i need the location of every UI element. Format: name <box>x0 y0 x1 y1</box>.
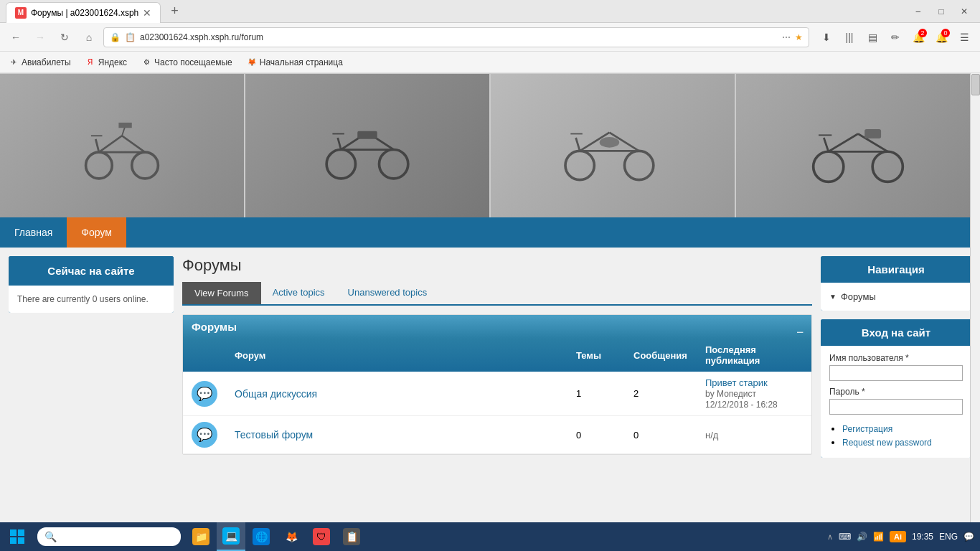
page-title: Форумы <box>182 256 812 275</box>
forum-link[interactable]: Общая дискуссия <box>235 388 317 400</box>
header-image-2 <box>245 74 491 217</box>
bookmark-aviabilety[interactable]: ✈ Авиабилеты <box>6 56 74 69</box>
taskbar-search-box[interactable]: 🔍 <box>37 527 181 546</box>
taskbar-app-edge[interactable]: 🌐 <box>247 522 275 551</box>
active-tab[interactable]: M Форумы | a023001624.xsph ✕ <box>6 2 161 23</box>
shield-icon: 🛡 <box>313 528 330 545</box>
keyboard-icon: ⌨ <box>839 532 851 542</box>
reader-icon[interactable]: ▤ <box>862 27 882 47</box>
taskbar-app-shield[interactable]: 🛡 <box>307 522 336 551</box>
last-post-date: 12/12/2018 - 16:28 <box>705 400 778 410</box>
address-icons: ⋯ ★ <box>782 32 803 42</box>
more-icon[interactable]: ⋯ <box>782 32 791 42</box>
site-header <box>0 74 980 217</box>
tab-unanswered-topics[interactable]: Unanswered topics <box>336 282 439 304</box>
taskbar-app-files[interactable]: 📁 <box>187 522 215 551</box>
bookmark-label: Часто посещаемые <box>154 57 232 67</box>
home-button[interactable]: ⌂ <box>79 27 99 47</box>
forum-lastpost-cell: Привет старик by Мопедист 12/12/2018 - 1… <box>697 372 811 416</box>
svg-line-31 <box>824 138 828 151</box>
col-last-post: Последняя публикация <box>697 339 811 372</box>
taskbar-app-calendar[interactable]: 📋 <box>337 522 366 551</box>
table-row: 💬 Тестовый форум 0 0 н/д <box>183 416 811 454</box>
tab-area: M Форумы | a023001624.xsph ✕ <box>6 0 161 23</box>
minimize-button[interactable]: ‒ <box>908 1 928 22</box>
library-icon[interactable]: ||| <box>839 27 859 47</box>
tab-view-forums[interactable]: View Forums <box>182 282 261 304</box>
right-sidebar: Навигация ▼ Форумы Вход на сайт Имя поль… <box>821 256 971 523</box>
forums-section-title: Форумы <box>192 321 237 333</box>
address-bar[interactable]: 🔒 📋 a023001624.xsph.xsph.ru/forum ⋯ ★ <box>103 27 809 47</box>
forward-button[interactable]: → <box>30 27 50 47</box>
tab-active-topics[interactable]: Active topics <box>261 282 336 304</box>
nav-home[interactable]: Главная <box>0 217 67 248</box>
login-box-header: Вход на сайт <box>821 319 971 346</box>
menu-icon[interactable]: ☰ <box>954 27 974 47</box>
star-icon[interactable]: ★ <box>795 32 803 42</box>
pen-icon[interactable]: ✏ <box>885 27 905 47</box>
header-image-4 <box>736 74 980 217</box>
bookmark-homepage[interactable]: 🦊 Начальная страница <box>244 56 346 69</box>
yandex-icon: Я <box>85 57 95 67</box>
col-forum: Форум <box>226 339 567 372</box>
svg-point-9 <box>326 150 355 179</box>
taskbar-arrow-icon[interactable]: ∧ <box>827 532 833 542</box>
password-label: Пароль * <box>829 387 963 397</box>
bookmark-frequently[interactable]: ⚙ Часто посещаемые <box>138 56 235 69</box>
refresh-button[interactable]: ↻ <box>55 27 75 47</box>
url-text[interactable]: a023001624.xsph.xsph.ru/forum <box>140 32 778 42</box>
notification-center-icon[interactable]: 💬 <box>963 532 974 542</box>
svg-point-17 <box>565 151 594 179</box>
svg-point-26 <box>872 151 903 182</box>
tab-favicon: M <box>15 7 27 19</box>
notification-icon[interactable]: 🔔 2 <box>908 27 928 47</box>
tabs-row: View Forums Active topics Unanswered top… <box>182 282 812 306</box>
nav-forum[interactable]: Форум <box>67 217 126 248</box>
lock-icon: 🔒 <box>110 32 121 42</box>
bookmark-yandex[interactable]: Я Яндекс <box>83 56 130 69</box>
scrollbar[interactable] <box>970 73 980 522</box>
forum-link[interactable]: Тестовый форум <box>235 429 313 441</box>
download-icon[interactable]: ⬇ <box>816 27 837 47</box>
col-topics: Темы <box>567 339 625 372</box>
nav-forums-link[interactable]: ▼ Форумы <box>829 288 963 305</box>
register-link[interactable]: Регистрация <box>842 424 892 434</box>
back-button[interactable]: ← <box>6 27 26 47</box>
close-button[interactable]: ✕ <box>954 1 974 22</box>
volume-icon[interactable]: 🔊 <box>857 532 867 542</box>
svg-rect-6 <box>118 123 131 128</box>
tab-close-button[interactable]: ✕ <box>143 7 151 19</box>
taskbar-app-firefox[interactable]: 🦊 <box>277 522 306 551</box>
forum-topics-cell: 0 <box>567 416 625 454</box>
forum-name-cell: Тестовый форум <box>226 416 567 454</box>
password-input[interactable] <box>829 399 963 415</box>
request-password-link[interactable]: Request new password <box>842 438 932 448</box>
ai-badge[interactable]: Ai <box>890 531 906 542</box>
svg-rect-33 <box>10 529 17 536</box>
scrollbar-thumb[interactable] <box>971 74 980 95</box>
lang-indicator[interactable]: ENG <box>939 532 958 542</box>
forum-icon: 💬 <box>192 381 217 407</box>
new-tab-button[interactable]: + <box>165 4 184 19</box>
notif-count: 2 <box>918 29 927 37</box>
search-icon: 🔍 <box>44 531 57 542</box>
maximize-button[interactable]: □ <box>931 1 951 22</box>
moped-svg-3 <box>552 106 674 185</box>
center-content: Форумы View Forums Active topics Unanswe… <box>182 256 812 523</box>
bookmarks-bar: ✈ Авиабилеты Я Яндекс ⚙ Часто посещаемые… <box>0 52 980 73</box>
alert-icon[interactable]: 🔔 0 <box>931 27 951 47</box>
table-header-row: Форум Темы Сообщения Последняя публикаци… <box>183 339 811 372</box>
forum-icon-cell: 💬 <box>183 372 226 416</box>
last-post-link[interactable]: Привет старик <box>705 377 768 388</box>
files-icon: 📁 <box>192 528 209 545</box>
alert-count: 0 <box>941 29 950 37</box>
svg-rect-34 <box>18 529 24 536</box>
online-text: There are currently 0 users online. <box>17 294 149 304</box>
moped-svg-2 <box>317 106 418 185</box>
username-input[interactable] <box>829 365 963 381</box>
nav-box-content: ▼ Форумы <box>821 283 971 311</box>
collapse-button[interactable]: ⎯ <box>797 321 803 333</box>
taskbar-app-browser[interactable]: 💻 <box>217 522 245 551</box>
last-post-by: by Мопедист <box>705 389 756 399</box>
start-button[interactable] <box>0 522 34 551</box>
